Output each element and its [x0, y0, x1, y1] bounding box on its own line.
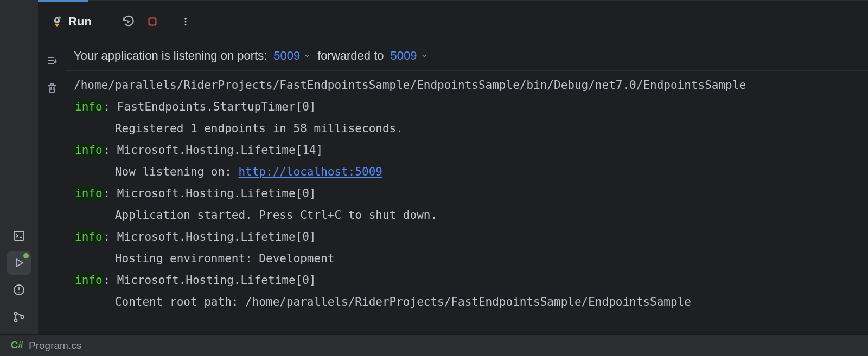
run-panel: Run: [38, 0, 868, 334]
toolbar-divider: [169, 14, 169, 29]
status-bar: C# Program.cs: [0, 334, 868, 356]
forwarded-label: forwarded to: [317, 49, 384, 63]
run-panel-header: Run: [38, 0, 868, 43]
console-output[interactable]: /home/parallels/RiderProjects/FastEndpoi…: [66, 71, 868, 334]
scroll-to-end-button[interactable]: [42, 51, 62, 70]
run-tab[interactable]: Run: [51, 15, 92, 29]
run-tool-button[interactable]: [7, 251, 31, 275]
rerun-button[interactable]: [118, 11, 139, 33]
svg-rect-0: [14, 231, 24, 240]
git-tool-button[interactable]: [7, 305, 31, 329]
problems-tool-button[interactable]: [7, 278, 31, 302]
ports-label: Your application is listening on ports:: [74, 49, 267, 63]
svg-point-6: [58, 16, 61, 19]
svg-point-10: [184, 24, 186, 25]
left-tool-rail: [0, 0, 38, 334]
local-port-link[interactable]: 5009: [273, 49, 311, 63]
chevron-down-icon: [303, 52, 311, 60]
more-actions-button[interactable]: [175, 11, 196, 33]
local-port-value: 5009: [273, 49, 300, 63]
svg-point-2: [15, 313, 17, 315]
console-gutter: [38, 43, 66, 334]
console-link[interactable]: http://localhost:5009: [238, 165, 382, 178]
rocket-icon: [51, 16, 63, 28]
ports-bar: Your application is listening on ports: …: [66, 43, 868, 71]
svg-point-3: [15, 319, 17, 322]
terminal-tool-button[interactable]: [7, 224, 31, 248]
svg-rect-7: [149, 18, 156, 25]
svg-point-5: [56, 19, 58, 21]
svg-point-8: [184, 18, 186, 20]
svg-point-9: [184, 21, 186, 23]
run-tab-label: Run: [68, 15, 92, 29]
current-file[interactable]: Program.cs: [29, 340, 81, 352]
svg-point-4: [21, 316, 24, 319]
forwarded-port-link[interactable]: 5009: [391, 49, 428, 63]
chevron-down-icon: [420, 52, 428, 60]
clear-console-button[interactable]: [42, 78, 62, 98]
run-toolbar: [118, 11, 196, 33]
language-badge: C#: [11, 340, 23, 351]
forwarded-port-value: 5009: [391, 49, 417, 63]
stop-button[interactable]: [142, 11, 163, 33]
